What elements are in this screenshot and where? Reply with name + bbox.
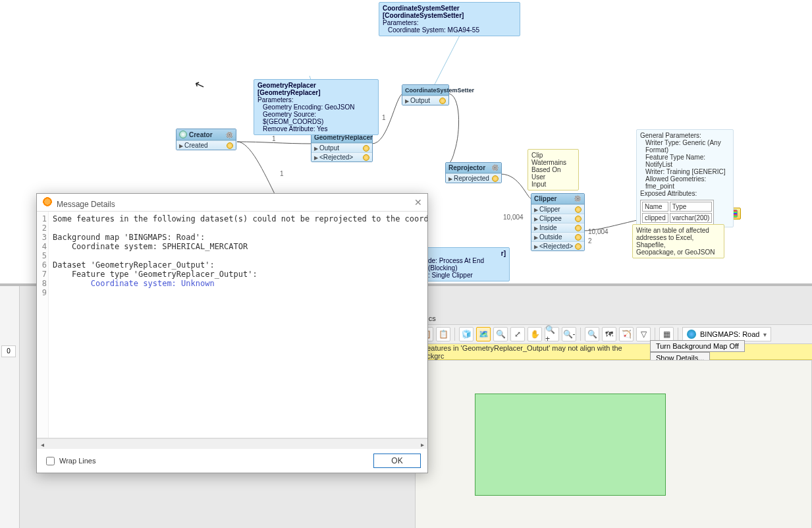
port-clipper-inside[interactable]: ▶Inside [531,223,584,232]
tool-zoom-in[interactable]: 🔍+ [545,327,559,341]
inspect-icon[interactable] [575,206,582,213]
annotation-writer-info[interactable]: General Parameters: Writer Type: Generic… [636,129,734,227]
port-reproj[interactable]: ▶Reprojected [446,173,501,183]
node-creator-title: Creator [189,131,213,138]
exposed-attributes-table: NameType clippedvarchar(200) [640,200,714,225]
tool-btn-3[interactable]: 🗺️ [476,327,491,341]
scroll-right-icon[interactable]: ▸ [417,439,427,450]
message-details-dialog: Message Details ✕ 1 2 3 4 5 6 7 8 9 Some… [36,193,428,473]
inspect-icon[interactable] [575,234,582,241]
port-creator-created[interactable]: ▶Created [176,140,236,150]
port-clipper-outside[interactable]: ▶Outside [531,232,584,241]
mouse-cursor: ↖ [192,76,207,94]
gear-icon[interactable] [574,195,582,202]
inspect-icon[interactable] [492,175,499,182]
wrap-lines-input[interactable] [46,457,55,465]
inspect-icon[interactable] [363,145,369,152]
tool-pan[interactable]: ⤢ [510,327,525,341]
node-geometryreplacer[interactable]: GeometryReplacer ▶Output ▶<Rejected> [311,132,373,162]
tool-btn-4[interactable]: 🔍 [493,327,508,341]
inspect-icon[interactable] [439,98,446,104]
ok-button[interactable]: OK [373,454,421,468]
node-clipper-title: Clipper [534,195,556,202]
inspect-icon[interactable] [575,243,582,250]
warning-text: e features in 'GeometryReplacer_Output' … [419,344,647,360]
port-gr-output[interactable]: ▶Output [311,143,372,152]
warning-bar: e features in 'GeometryReplacer_Output' … [415,344,812,360]
annotation-coordsetter[interactable]: CoordinateSystemSetter [CoordinateSystem… [379,2,520,36]
tool-btn-9[interactable]: 🔍 [585,327,599,341]
port-clipper-clipper[interactable]: ▶Clipper [531,204,584,214]
gear-icon[interactable] [491,164,499,171]
globe-icon [687,330,696,339]
tool-btn-10[interactable]: 🗺 [602,327,616,341]
scroll-left-icon[interactable]: ◂ [37,439,47,450]
port-clipper-clippee[interactable]: ▶Clippee [531,214,584,223]
feature-rect[interactable] [475,394,666,496]
chevron-down-icon: ▾ [763,331,767,338]
annotation-clip-note[interactable]: Clip Watermains Based On User Input [528,149,579,191]
node-clipper[interactable]: Clipper ▶Clipper ▶Clippee ▶Inside ▶Outsi… [531,193,585,251]
inspect-icon[interactable] [227,142,233,149]
tool-zoom-extents[interactable]: ✋ [528,327,542,341]
map-area[interactable] [415,360,812,528]
viewer-tab-graphics[interactable]: aphics [415,312,812,324]
app-icon [42,196,53,207]
line-number-gutter: 1 2 3 4 5 6 7 8 9 [37,212,49,438]
lower-left-gutter: 0 [0,286,20,528]
tool-btn-1[interactable]: 📋 [436,327,450,341]
inspect-icon[interactable] [575,216,582,222]
tool-btn-2[interactable]: 🧊 [459,327,474,341]
port-clipper-rejected[interactable]: ▶<Rejected> [531,241,584,250]
wrap-lines-checkbox[interactable]: Wrap Lines [43,455,95,467]
node-creator[interactable]: Creator ▶Created [176,129,236,150]
node-coordsetter-title: CoordinateSystemSetter [405,87,474,94]
node-coordsystemsetter[interactable]: CoordinateSystemSetter ▶Output [402,84,449,105]
turn-bg-off-button[interactable]: Turn Background Map Off [650,340,745,352]
dialog-title: Message Details [57,200,115,209]
port-gr-rejected[interactable]: ▶<Rejected> [311,152,372,161]
node-reprojector-title: Reprojector [448,164,485,171]
node-truncated-info: r] de: Process At End (Blocking) : Singl… [424,247,510,281]
edge-label: 1 [382,114,386,121]
gear-icon[interactable] [226,131,233,138]
edge-label: 10,004 [503,214,524,221]
tool-zoom-out[interactable]: 🔍- [562,327,576,341]
horizontal-scrollbar[interactable]: ◂ ▸ [37,438,427,449]
tool-select[interactable]: 🏹 [619,327,634,341]
annotation-writer-note[interactable]: Write an table of affected addresses to … [632,224,724,258]
message-text[interactable]: Some features in the following dataset(s… [49,212,427,438]
close-icon[interactable]: ✕ [414,197,422,208]
data-viewer: aphics 📋 📋 🧊 🗺️ 🔍 ⤢ ✋ 🔍+ 🔍- 🔍 🗺 🏹 ▽ ▦ BI… [415,312,812,528]
port-coord-output[interactable]: ▶Output [402,96,448,105]
cell-value: 0 [1,345,16,357]
edge-label: 2 [588,237,592,245]
inspect-icon[interactable] [575,225,582,231]
edge-label: 1 [280,170,284,177]
edge-label: 10,004 [588,228,609,235]
dialog-titlebar[interactable]: Message Details ✕ [37,194,427,211]
node-reprojector[interactable]: Reprojector ▶Reprojected [445,162,502,183]
edge-label: 1 [272,135,276,142]
inspect-icon[interactable] [363,154,369,161]
annotation-geomreplacer[interactable]: GeometryReplacer [GeometryReplacer] Para… [254,79,379,135]
